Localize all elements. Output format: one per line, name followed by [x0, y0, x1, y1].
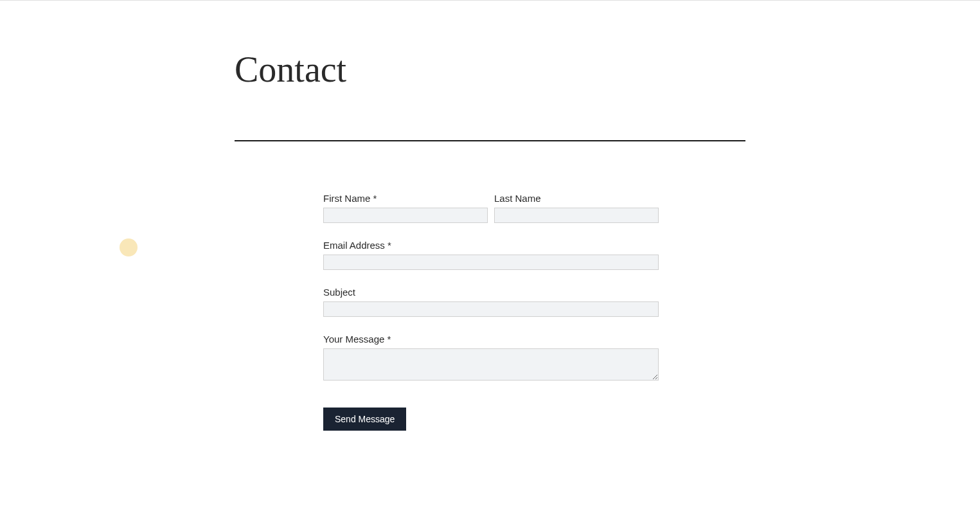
first-name-input[interactable] [323, 208, 488, 223]
content-container: Contact First Name * Last Name Email Add… [235, 49, 745, 431]
email-input[interactable] [323, 255, 659, 270]
first-name-group: First Name * [323, 193, 488, 223]
last-name-input[interactable] [494, 208, 659, 223]
last-name-label: Last Name [494, 193, 659, 204]
subject-input[interactable] [323, 301, 659, 317]
name-row: First Name * Last Name [323, 193, 659, 223]
message-group: Your Message * [323, 334, 659, 383]
contact-form: First Name * Last Name Email Address * S… [235, 193, 745, 431]
send-message-button[interactable]: Send Message [323, 408, 406, 431]
subject-group: Subject [323, 287, 659, 317]
message-label: Your Message * [323, 334, 659, 345]
last-name-group: Last Name [494, 193, 659, 223]
message-textarea[interactable] [323, 348, 659, 381]
page-title: Contact [235, 49, 745, 90]
first-name-label: First Name * [323, 193, 488, 204]
subject-label: Subject [323, 287, 659, 298]
decoration-dot [120, 238, 138, 256]
divider [235, 140, 745, 141]
email-label: Email Address * [323, 240, 659, 251]
email-group: Email Address * [323, 240, 659, 270]
